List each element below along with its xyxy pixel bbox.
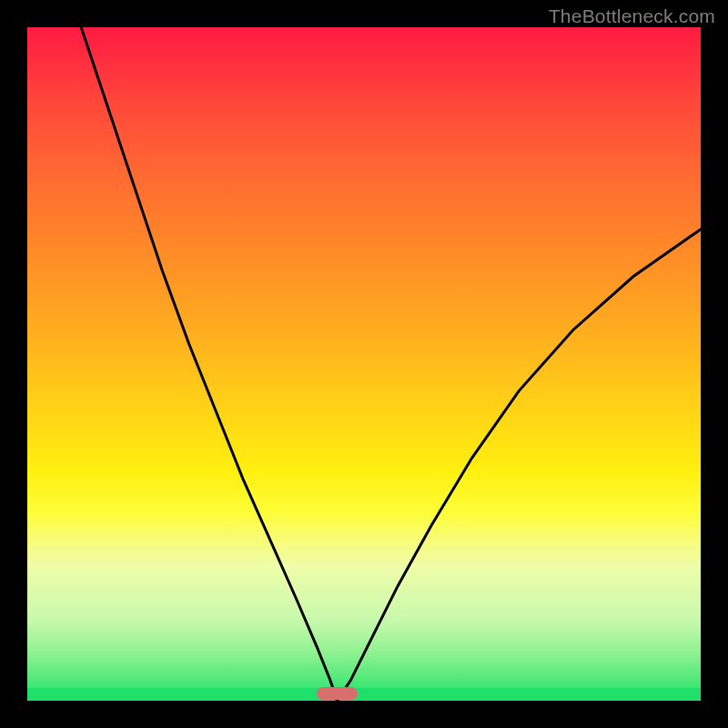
plot-area — [27, 27, 701, 701]
watermark-text: TheBottleneck.com — [549, 5, 715, 27]
green-baseline-strip — [27, 688, 701, 701]
minimum-marker — [317, 687, 357, 700]
bottleneck-curve — [27, 27, 701, 701]
chart-frame: TheBottleneck.com — [0, 0, 728, 728]
